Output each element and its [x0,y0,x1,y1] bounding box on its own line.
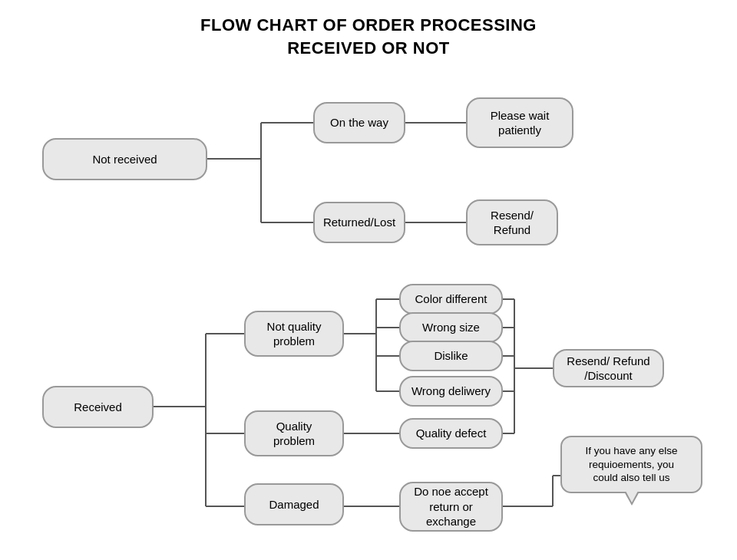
dislike-node: Dislike [399,341,503,371]
chart-container: FLOW CHART OF ORDER PROCESSING RECEIVED … [0,0,737,560]
chart-title: FLOW CHART OF ORDER PROCESSING RECEIVED … [0,0,737,59]
not-received-node: Not received [42,138,207,180]
quality-defect-node: Quality defect [399,418,503,449]
do-not-accept-node: Do noe accept return or exchange [399,482,503,532]
not-quality-problem-node: Not quality problem [244,311,344,357]
received-node: Received [42,386,154,428]
wrong-size-node: Wrong size [399,312,503,343]
quality-problem-node: Quality problem [244,410,344,456]
on-the-way-node: On the way [313,102,405,143]
wrong-delivery-node: Wrong deliwery [399,376,503,407]
returned-lost-node: Returned/Lost [313,202,405,243]
damaged-node: Damaged [244,483,344,525]
resend-refund-discount-node: Resend/ Refund /Discount [553,349,664,387]
resend-refund-top-node: Resend/ Refund [466,199,558,245]
please-wait-node: Please wait patiently [466,97,573,148]
speech-bubble-node: If you have any else requioements, you c… [560,436,702,493]
color-different-node: Color different [399,284,503,315]
